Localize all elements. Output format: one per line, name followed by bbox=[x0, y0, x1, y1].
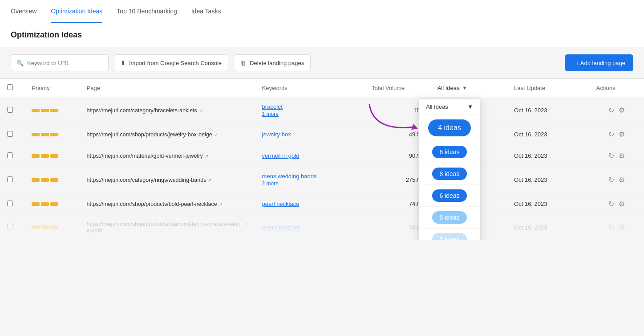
toolbar: 🔍 ⬇ Import from Google Search Console 🗑 … bbox=[0, 47, 644, 79]
keyword-link[interactable]: vermeil in gold bbox=[262, 152, 300, 159]
ideas-button-row-2[interactable]: 6 ideas bbox=[432, 146, 466, 158]
last-update-value: Oct 16, 2023 bbox=[514, 201, 547, 207]
priority-bar bbox=[41, 109, 49, 112]
dropdown-all-ideas-label: All Ideas bbox=[426, 103, 448, 110]
page-link[interactable]: https://mejuri.com/category/rings/weddin… bbox=[87, 177, 248, 183]
import-label: Import from Google Search Console bbox=[129, 60, 222, 66]
row-checkbox[interactable] bbox=[7, 152, 13, 158]
top-navigation: Overview Optimization Ideas Top 10 Bench… bbox=[0, 0, 644, 23]
refresh-icon[interactable]: ↻ bbox=[608, 130, 614, 139]
keyword-link[interactable]: tennis bracelet bbox=[262, 224, 300, 231]
last-update-value: Oct 16, 2023 bbox=[514, 176, 547, 183]
page-link[interactable]: https://mejuri.com/shop/products/bold-pe… bbox=[87, 201, 248, 207]
panel-ideas-row-4: 6 ideas bbox=[419, 185, 480, 207]
keyword-link[interactable]: pearl necklace bbox=[262, 201, 300, 207]
settings-icon[interactable]: ⚙ bbox=[619, 200, 625, 208]
ideas-button-row-6[interactable]: 5 ideas bbox=[432, 233, 466, 240]
dropdown-header: All Ideas ▼ bbox=[419, 99, 480, 115]
page-link[interactable]: https://mejuri.com/material/gold-vermeil… bbox=[87, 153, 248, 159]
nav-overview[interactable]: Overview bbox=[11, 0, 36, 23]
search-input-wrap[interactable]: 🔍 bbox=[11, 54, 109, 71]
row-checkbox[interactable] bbox=[7, 224, 13, 229]
ideas-button-row-1[interactable]: 4 ideas bbox=[428, 119, 471, 136]
ideas-button-row-3[interactable]: 8 ideas bbox=[432, 168, 466, 180]
last-update-value: Oct 16, 2023 bbox=[514, 131, 547, 138]
action-icons: ↻ ⚙ bbox=[596, 130, 637, 139]
col-header-priority: Priority bbox=[24, 79, 79, 97]
row-checkbox[interactable] bbox=[7, 107, 13, 113]
priority-bar bbox=[32, 202, 40, 206]
refresh-icon[interactable]: ↻ bbox=[608, 223, 614, 232]
ideas-button-row-4[interactable]: 6 ideas bbox=[432, 189, 466, 202]
refresh-icon[interactable]: ↻ bbox=[608, 200, 614, 208]
col-header-keywords: Keywords bbox=[255, 79, 365, 97]
col-header-ideas[interactable]: All Ideas ▼ bbox=[430, 79, 507, 97]
priority-bar bbox=[32, 178, 40, 182]
priority-bars bbox=[32, 109, 72, 112]
col-header-actions: Actions bbox=[589, 79, 644, 97]
all-ideas-dropdown[interactable]: All Ideas ▼ 4 ideas 6 ideas 8 ideas 6 id… bbox=[418, 98, 481, 240]
priority-bar bbox=[50, 225, 58, 229]
keyword-link[interactable]: mens wedding bands bbox=[262, 173, 317, 180]
priority-bar bbox=[50, 202, 58, 206]
dropdown-chevron-icon: ▼ bbox=[467, 103, 473, 110]
col-header-page: Page bbox=[80, 79, 255, 97]
refresh-icon[interactable]: ↻ bbox=[608, 176, 614, 184]
action-icons: ↻ ⚙ bbox=[596, 200, 637, 208]
priority-bar bbox=[41, 154, 49, 158]
priority-bars bbox=[32, 133, 72, 136]
refresh-icon[interactable]: ↻ bbox=[608, 152, 614, 160]
page-title: Optimization Ideas bbox=[11, 30, 82, 39]
trash-icon: 🗑 bbox=[240, 60, 246, 66]
row-checkbox[interactable] bbox=[7, 176, 13, 182]
nav-top10-benchmarking[interactable]: Top 10 Benchmarking bbox=[117, 0, 177, 23]
external-link-icon: ↗ bbox=[214, 132, 218, 137]
settings-icon[interactable]: ⚙ bbox=[619, 152, 625, 160]
priority-bars bbox=[32, 202, 72, 206]
delete-label: Delete landing pages bbox=[250, 60, 304, 66]
table-row: https://mejuri.com/category/bracelets-an… bbox=[0, 97, 644, 124]
col-header-update: Last Update bbox=[507, 79, 589, 97]
keyword-more-link[interactable]: 2 more bbox=[262, 180, 357, 187]
external-link-icon: ↗ bbox=[244, 222, 248, 227]
page-link[interactable]: https://mejuri.com/shop/products/jewelry… bbox=[87, 131, 248, 138]
settings-icon[interactable]: ⚙ bbox=[619, 130, 625, 139]
action-icons: ↻ ⚙ bbox=[596, 223, 637, 232]
search-icon: 🔍 bbox=[16, 60, 24, 66]
row-checkbox[interactable] bbox=[7, 131, 13, 137]
priority-bar bbox=[50, 133, 58, 136]
page-url: https://mejuri.com/material/gold-vermeil… bbox=[87, 153, 203, 159]
panel-ideas-row-1: 4 ideas bbox=[419, 115, 480, 141]
external-link-icon: ↗ bbox=[208, 178, 211, 183]
settings-icon[interactable]: ⚙ bbox=[619, 106, 625, 115]
col-header-volume: Total Volume bbox=[365, 79, 430, 97]
page-link[interactable]: https://mejuri.com/shop/products/diamond… bbox=[87, 221, 248, 234]
ideas-button-row-5[interactable]: 6 ideas bbox=[432, 211, 466, 224]
priority-bar bbox=[32, 109, 40, 112]
row-checkbox[interactable] bbox=[7, 201, 13, 206]
table-container: Priority Page Keywords Total Volume All … bbox=[0, 79, 644, 240]
keyword-more-link[interactable]: 1 more bbox=[262, 111, 357, 117]
select-all-checkbox[interactable] bbox=[7, 84, 13, 90]
priority-bar bbox=[50, 154, 58, 158]
action-icons: ↻ ⚙ bbox=[596, 152, 637, 160]
last-update-value: Oct 16, 2023 bbox=[514, 152, 547, 159]
table-row: https://mejuri.com/shop/products/bold-pe… bbox=[0, 193, 644, 215]
keyword-link[interactable]: jewelry box bbox=[262, 131, 291, 138]
add-landing-page-button[interactable]: + Add landing page bbox=[565, 54, 633, 71]
nav-optimization-ideas[interactable]: Optimization Ideas bbox=[51, 0, 102, 23]
import-button[interactable]: ⬇ Import from Google Search Console bbox=[114, 54, 228, 71]
delete-button[interactable]: 🗑 Delete landing pages bbox=[234, 54, 311, 71]
nav-idea-tasks[interactable]: Idea Tasks bbox=[191, 0, 221, 23]
page-link[interactable]: https://mejuri.com/category/bracelets-an… bbox=[87, 107, 248, 114]
refresh-icon[interactable]: ↻ bbox=[608, 106, 614, 115]
keyword-link[interactable]: bracelet bbox=[262, 103, 283, 110]
external-link-icon: ↗ bbox=[205, 154, 208, 159]
search-input[interactable] bbox=[27, 60, 98, 66]
settings-icon[interactable]: ⚙ bbox=[619, 176, 625, 184]
all-ideas-label: All Ideas bbox=[437, 85, 460, 91]
panel-ideas-row-5: 6 ideas bbox=[419, 207, 480, 229]
settings-icon[interactable]: ⚙ bbox=[619, 223, 625, 232]
priority-bar bbox=[41, 178, 49, 182]
priority-bar bbox=[50, 109, 58, 112]
